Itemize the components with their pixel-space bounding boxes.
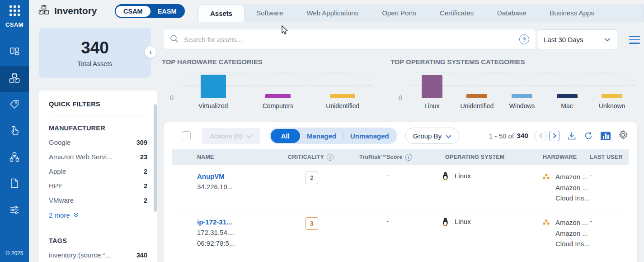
table-row[interactable]: ip-172-31... 172.31.54.... 06:92:78:5...… [172,210,629,255]
tab-assets[interactable]: Assets [198,5,244,22]
asset-search-bar[interactable]: ? [164,29,536,49]
product-label: CSAM [5,21,24,28]
bar-windows[interactable] [512,94,532,98]
asset-ip: 172.31.54.... [197,227,262,238]
filter-item-inventory-tag[interactable]: inventory:(source:*... 340 [49,251,147,259]
menu-icon[interactable] [629,36,640,46]
sidebar-item-configuration[interactable] [0,197,29,224]
column-trurisk-score[interactable]: TruRisk™Score i [334,154,432,161]
y-axis-zero-label: 0 [170,94,174,101]
table-row[interactable]: AnupVM 34.226.19... 2 - Linux Amazon ...… [172,165,629,210]
aws-cloud-icon [543,173,550,204]
sidebar-item-network[interactable] [0,145,29,171]
os-categories-chart: TOP OPERATING SYSTEMS CATEGORIES 0 Linux… [390,58,635,110]
filter-item-aws[interactable]: Amazon Web Servi... 23 [49,153,147,161]
quick-filters-panel: QUICK FILTERS MANUFACTURER Google 309 Am… [39,91,157,262]
tab-database[interactable]: Database [485,5,538,22]
linux-penguin-icon [442,171,449,182]
sidebar-item-dashboard[interactable] [0,40,29,66]
search-input[interactable] [184,36,519,43]
filter-item-vmware[interactable]: VMware 2 [49,196,147,204]
bar-unidentified[interactable] [466,94,487,98]
y-axis-zero-label: 0 [399,94,402,101]
download-icon[interactable] [567,131,576,140]
date-range-select[interactable]: Last 30 Days [537,29,617,49]
filter-label: VMware [49,196,74,204]
assets-table-card: Actions (0) All Managed Unmanaged Group … [164,122,637,262]
collapse-panel-button[interactable]: ‹ [145,46,156,58]
tags-section-title: TAGS [49,237,147,244]
previous-page-button[interactable] [536,131,546,141]
chevron-down-icon [604,35,611,43]
tab-software[interactable]: Software [244,5,295,22]
select-all-checkbox[interactable] [182,131,191,140]
app-sidebar: CSAM © 2025 [0,0,29,262]
hardware-line: Cloud Ins... [555,193,590,204]
info-icon[interactable]: i [327,154,334,161]
bar-mac[interactable] [557,94,578,98]
toggle-option-csam[interactable]: CSAM [116,6,150,17]
tab-web-applications[interactable]: Web Applications [295,5,370,22]
criticality-badge[interactable]: 3 [306,217,318,230]
asset-name-link[interactable]: ip-172-31... [197,217,262,227]
double-chevron-down-icon [73,211,79,219]
x-axis-label: Unidentified [455,102,500,110]
chart-view-toggle-icon[interactable] [601,132,611,140]
chevron-down-icon [446,132,451,140]
main-content: ? Last 30 Days TOP HARDWARE CATEGORIES 0… [159,22,644,262]
chart-title: TOP OPERATING SYSTEMS CATEGORIES [390,58,635,66]
column-hardware[interactable]: HARDWARE [529,154,590,160]
column-name[interactable]: NAME [172,154,262,160]
info-icon[interactable]: i [405,154,412,161]
bar-series [409,72,635,98]
x-axis-label: Mac [545,102,590,110]
manufacturer-more-link[interactable]: 2 more [49,211,147,219]
next-page-button[interactable] [549,131,559,141]
segment-managed[interactable]: Managed [300,132,343,140]
bar-unidentified[interactable] [330,94,355,98]
total-assets-card[interactable]: 340 Total Assets [39,28,151,78]
segment-all[interactable]: All [271,129,300,143]
inventory-boxes-icon [38,5,50,17]
csam-easm-toggle[interactable]: CSAM EASM [115,4,185,18]
bar-virtualized[interactable] [201,75,226,98]
tab-business-apps[interactable]: Business Apps [538,5,606,22]
filter-item-apple[interactable]: Apple 2 [49,167,147,175]
tab-certificates[interactable]: Certificates [428,5,485,22]
column-operating-system[interactable]: OPERATING SYSTEM [432,154,529,160]
search-help-icon[interactable]: ? [519,34,529,44]
column-criticality[interactable]: CRITICALITY i [262,154,334,161]
tab-open-ports[interactable]: Open Ports [370,5,428,22]
sliders-icon [9,204,20,217]
filter-item-google[interactable]: Google 309 [49,138,147,146]
actions-dropdown[interactable]: Actions (0) [202,128,260,144]
os-name: Linux [455,218,471,225]
asset-name-link[interactable]: AnupVM [197,171,262,181]
asset-ip: 34.226.19... [197,181,262,192]
bar-unknown[interactable] [602,94,622,98]
toggle-option-easm[interactable]: EASM [150,6,184,17]
bar-computers[interactable] [265,94,291,98]
linux-penguin-icon [442,217,449,228]
bar-linux[interactable] [422,75,442,98]
app-switcher-icon[interactable] [9,5,20,16]
criticality-badge[interactable]: 2 [306,171,318,184]
filter-item-hpe[interactable]: HPE 2 [49,182,147,190]
filter-label: HPE [49,182,63,190]
chart-plot-area: 0 [409,72,635,98]
sidebar-item-responses[interactable] [0,119,29,145]
sidebar-item-reports[interactable] [0,171,29,197]
hardware-line: Amazon ... [555,182,590,193]
segment-unmanaged[interactable]: Unmanaged [343,132,396,140]
filter-count: 309 [136,139,147,146]
filters-scrollbar[interactable] [154,104,157,212]
sidebar-item-inventory[interactable] [0,66,29,92]
sidebar-item-tags[interactable] [0,92,29,119]
column-last-user[interactable]: LAST USER [590,154,629,160]
group-by-label: Group By [413,132,442,140]
quick-filters-title: QUICK FILTERS [49,100,147,115]
refresh-icon[interactable] [584,131,593,140]
group-by-dropdown[interactable]: Group By [405,128,459,144]
dashboard-icon [9,47,20,59]
settings-gear-icon[interactable] [618,130,628,142]
